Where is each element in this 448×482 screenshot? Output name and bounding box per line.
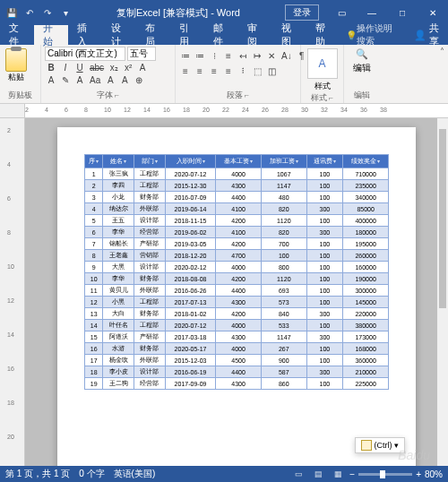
col-header-4[interactable]: 基本工资 <box>216 155 262 168</box>
cell[interactable]: 300 <box>306 227 343 238</box>
table-row[interactable]: 14叶任名工程部2020-07-124000533100380000 <box>85 320 389 331</box>
cell[interactable]: 900 <box>261 355 306 366</box>
cell[interactable]: 小黑 <box>103 297 134 308</box>
redo-icon[interactable]: ↷ <box>41 6 54 19</box>
cell[interactable]: 2020-07-12 <box>165 168 215 180</box>
cell[interactable]: 王老鑫 <box>103 250 134 262</box>
para-tool-6[interactable]: ✕ <box>265 50 278 62</box>
cell[interactable]: 1120 <box>261 215 306 227</box>
para-tool2-2[interactable]: ≡ <box>208 65 220 77</box>
cell[interactable]: 黄贝儿 <box>103 285 134 297</box>
cell[interactable]: 100 <box>306 297 343 308</box>
cell[interactable]: 14 <box>85 320 103 331</box>
cell[interactable]: 16 <box>85 343 103 355</box>
cell[interactable]: 财务部 <box>134 308 166 320</box>
cell[interactable]: 8 <box>85 250 103 262</box>
tab-view[interactable]: 视图 <box>272 25 306 45</box>
paste-options-popup[interactable]: (Ctrl) ▾ <box>355 437 406 453</box>
table-row[interactable]: 4纳达尔外联部2019-06-14410082030085000 <box>85 203 389 215</box>
cell[interactable]: 587 <box>261 366 306 378</box>
cell[interactable]: 经营部 <box>134 227 166 238</box>
cell[interactable]: 267 <box>261 343 306 355</box>
font-tool2-0[interactable]: A <box>45 74 57 86</box>
cell[interactable]: 4400 <box>216 285 262 297</box>
table-row[interactable]: 12小黑工程部2017-07-134300573100145000 <box>85 297 389 308</box>
cell[interactable]: 225000 <box>343 378 389 390</box>
cell[interactable]: 2018-01-02 <box>165 308 215 320</box>
cell[interactable]: 2016-07-09 <box>165 192 215 203</box>
cell[interactable]: 4000 <box>216 168 262 180</box>
cell[interactable]: 设计部 <box>134 366 166 378</box>
minimize-icon[interactable]: — <box>357 0 387 25</box>
cell[interactable]: 300000 <box>343 285 389 297</box>
cell[interactable]: 2016-06-19 <box>165 366 215 378</box>
col-header-1[interactable]: 姓名 <box>103 155 134 168</box>
cell[interactable]: 李四 <box>103 180 134 192</box>
cell[interactable]: 1147 <box>261 331 306 343</box>
cell[interactable]: 2017-09-09 <box>165 378 215 390</box>
cell[interactable]: 杨金吹 <box>103 355 134 366</box>
cell[interactable]: 700 <box>261 238 306 250</box>
cell[interactable]: 4000 <box>216 343 262 355</box>
col-header-2[interactable]: 部门 <box>134 155 166 168</box>
table-row[interactable]: 15阿道沃产研部2017-03-1843001147300173000 <box>85 331 389 343</box>
cell[interactable]: 2015-12-03 <box>165 355 215 366</box>
page[interactable]: 序姓名部门入职时间基本工资加班工资通讯费绩效奖金 1张三疯工程部2020-07-… <box>57 127 416 468</box>
col-header-5[interactable]: 加班工资 <box>261 155 306 168</box>
cell[interactable]: 13 <box>85 308 103 320</box>
cell[interactable]: 大白 <box>103 308 134 320</box>
para-tool-5[interactable]: ↦ <box>251 50 263 62</box>
paste-button[interactable]: 粘贴 <box>4 47 29 85</box>
para-tool2-1[interactable]: ≡ <box>194 65 206 77</box>
font-tool-4[interactable]: x₂ <box>108 62 120 73</box>
font-tool2-5[interactable]: A <box>118 74 131 86</box>
table-row[interactable]: 10李华财务部2018-08-0842001120100190000 <box>85 273 389 285</box>
para-tool-3[interactable]: ≡ <box>222 50 235 62</box>
cell[interactable]: 4100 <box>216 203 262 215</box>
cell[interactable]: 产研部 <box>134 238 166 250</box>
table-row[interactable]: 17杨金吹外联部2015-12-034500900100360000 <box>85 355 389 366</box>
cell[interactable]: 100 <box>306 168 343 180</box>
table-row[interactable]: 9大黑设计部2020-02-124000800100160000 <box>85 262 389 273</box>
cell[interactable]: 2020-07-12 <box>165 320 215 331</box>
web-layout-icon[interactable]: ▦ <box>330 468 346 480</box>
cell[interactable]: 3 <box>85 192 103 203</box>
cell[interactable]: 7 <box>85 238 103 250</box>
zoom-level[interactable]: 80% <box>425 469 443 479</box>
cell[interactable]: 4 <box>85 203 103 215</box>
cell[interactable]: 5 <box>85 215 103 227</box>
cell[interactable]: 300 <box>306 203 343 215</box>
cell[interactable]: 100 <box>306 273 343 285</box>
para-tool2-5[interactable]: ⬚ <box>251 65 263 77</box>
cell[interactable]: 设计部 <box>134 215 166 227</box>
maximize-icon[interactable]: □ <box>387 0 418 25</box>
cell[interactable]: 工程部 <box>134 297 166 308</box>
para-tool2-3[interactable]: ≡ <box>222 65 235 77</box>
cell[interactable]: 4500 <box>216 355 262 366</box>
font-tool-1[interactable]: I <box>59 62 72 73</box>
login-button[interactable]: 登录 <box>285 4 319 21</box>
cell[interactable]: 2019-03-05 <box>165 238 215 250</box>
col-header-7[interactable]: 绩效奖金 <box>343 155 389 168</box>
cell[interactable]: 235000 <box>343 180 389 192</box>
cell[interactable]: 693 <box>261 285 306 297</box>
tab-file[interactable]: 文件 <box>0 25 34 45</box>
cell[interactable]: 710000 <box>343 168 389 180</box>
cell[interactable]: 85000 <box>343 203 389 215</box>
cell[interactable]: 财务部 <box>134 343 166 355</box>
cell[interactable]: 工程部 <box>134 168 166 180</box>
cell[interactable]: 17 <box>85 355 103 366</box>
cell[interactable]: 1147 <box>261 180 306 192</box>
cell[interactable]: 18 <box>85 366 103 378</box>
col-header-0[interactable]: 序 <box>85 155 103 168</box>
cell[interactable]: 2019-06-14 <box>165 203 215 215</box>
cell[interactable]: 573 <box>261 297 306 308</box>
table-row[interactable]: 13大白财务部2018-01-024200840300220000 <box>85 308 389 320</box>
vertical-ruler[interactable]: 2468101214161820 <box>0 118 25 468</box>
zoom-out-icon[interactable]: − <box>349 469 355 479</box>
font-tool-3[interactable]: abc <box>88 62 106 73</box>
table-row[interactable]: 3小龙财务部2016-07-094400480100340000 <box>85 192 389 203</box>
cell[interactable]: 2020-02-12 <box>165 262 215 273</box>
table-row[interactable]: 1张三疯工程部2020-07-1240001067100710000 <box>85 168 389 180</box>
cell[interactable]: 100 <box>261 250 306 262</box>
